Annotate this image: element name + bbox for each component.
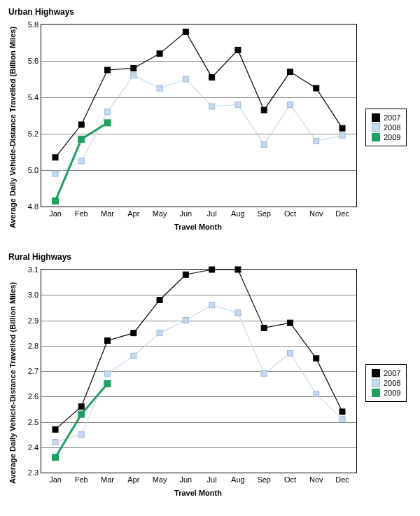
series-marker-2008 [209, 104, 215, 109]
legend-label: 2009 [384, 133, 400, 141]
x-tick-label: Jan [49, 475, 62, 484]
series-marker-2008 [105, 371, 111, 377]
series-marker-2007 [157, 298, 162, 303]
series-marker-2007 [340, 125, 345, 131]
series-marker-2007 [261, 107, 267, 113]
series-line-2007 [55, 270, 342, 429]
y-tick-label: 2.3 [28, 468, 38, 477]
legend-marker-icon [372, 389, 380, 397]
y-tick-label: 3.1 [28, 265, 38, 274]
series-layer [41, 270, 356, 473]
y-axis-label: Average Daily Vehicle-Distance Travelled… [8, 27, 17, 228]
chart-row: Average Daily Vehicle-Distance Travelled… [7, 269, 413, 497]
series-marker-2008 [261, 142, 267, 148]
series-marker-2007 [157, 51, 162, 57]
series-line-2007 [55, 32, 342, 157]
legend-label: 2008 [384, 379, 400, 387]
series-marker-2008 [340, 417, 345, 422]
series-marker-2008 [287, 102, 293, 107]
legend-marker-icon [372, 379, 380, 387]
y-tick-label: 5.8 [28, 20, 38, 29]
y-tick-label: 5.0 [28, 166, 38, 174]
x-tick-label: Nov [309, 209, 323, 218]
legend-marker-icon [372, 133, 380, 141]
legend-item: 2008 [372, 378, 400, 388]
series-marker-2007 [287, 69, 293, 75]
legend: 200720082009 [365, 109, 407, 146]
series-marker-2007 [235, 267, 241, 272]
series-marker-2009 [104, 381, 111, 387]
series-marker-2007 [131, 330, 136, 336]
series-marker-2007 [105, 338, 111, 344]
x-tick-label: Jun [179, 209, 192, 218]
series-marker-2009 [52, 454, 59, 461]
y-axis-label-wrap: Average Daily Vehicle-Distance Travelled… [7, 36, 18, 218]
y-tick-label: 5.2 [28, 130, 38, 138]
y-axis-label: Average Daily Vehicle-Distance Travelled… [8, 282, 17, 484]
x-tick-label: Apr [127, 209, 139, 218]
x-axis-label: Travel Month [41, 489, 356, 497]
x-tick-label: Oct [284, 209, 296, 218]
chart-block-urban: Urban HighwaysAverage Daily Vehicle-Dist… [7, 7, 413, 231]
series-layer [41, 25, 356, 207]
x-tick-label: Oct [284, 475, 296, 484]
series-marker-2007 [261, 325, 267, 330]
legend-label: 2008 [384, 123, 400, 132]
y-tick-label: 5.4 [28, 93, 38, 102]
x-tick-label: Sep [257, 475, 271, 484]
legend-marker-icon [372, 113, 380, 122]
y-tick-label: 2.7 [28, 367, 38, 375]
x-tick-label: Sep [257, 209, 271, 218]
legend-marker-icon [372, 123, 380, 132]
x-tick-label: Dec [335, 475, 349, 484]
y-tick-label: 3.0 [28, 291, 38, 299]
series-marker-2008 [314, 138, 319, 144]
x-tick-label: May [153, 475, 167, 484]
chart-block-rural: Rural HighwaysAverage Daily Vehicle-Dist… [7, 252, 413, 497]
x-tick-label: May [153, 209, 167, 218]
series-marker-2009 [78, 136, 85, 142]
x-tick-label: Aug [231, 209, 245, 218]
series-marker-2007 [131, 65, 136, 71]
x-tick-label: Feb [75, 209, 88, 218]
series-marker-2009 [52, 198, 59, 204]
series-marker-2009 [78, 411, 85, 417]
legend-label: 2007 [384, 113, 400, 122]
series-marker-2007 [287, 320, 293, 326]
series-marker-2008 [131, 353, 136, 358]
series-line-2009 [55, 384, 108, 457]
series-marker-2008 [105, 109, 111, 115]
y-tick-label: 2.9 [28, 316, 38, 325]
series-marker-2007 [52, 155, 58, 160]
series-marker-2007 [340, 409, 345, 414]
x-tick-label: Aug [231, 475, 245, 484]
chart-row: Average Daily Vehicle-Distance Travelled… [7, 24, 413, 231]
series-marker-2008 [183, 76, 188, 82]
y-tick-label: 4.8 [28, 202, 38, 211]
y-tick-label: 2.8 [28, 342, 38, 350]
y-tick-label: 5.6 [28, 57, 38, 65]
series-marker-2007 [78, 404, 84, 410]
x-tick-label: Jan [49, 209, 62, 218]
series-marker-2008 [78, 158, 84, 164]
plot-area: 4.85.05.25.45.65.8JanFebMarAprMayJunJulA… [41, 24, 357, 207]
series-marker-2007 [105, 67, 111, 73]
series-marker-2008 [340, 133, 345, 139]
series-marker-2008 [157, 85, 162, 91]
series-marker-2008 [78, 432, 84, 438]
series-marker-2009 [104, 120, 111, 126]
x-tick-label: Jun [179, 475, 192, 484]
series-marker-2008 [183, 318, 188, 323]
series-marker-2007 [314, 85, 319, 91]
series-marker-2008 [261, 371, 267, 377]
x-tick-label: Jul [207, 209, 217, 218]
series-marker-2007 [183, 29, 188, 34]
series-marker-2008 [287, 351, 293, 356]
y-tick-label: 2.5 [28, 418, 38, 426]
series-marker-2008 [235, 310, 241, 316]
series-marker-2008 [209, 302, 215, 308]
x-tick-label: Dec [335, 209, 349, 218]
legend-item: 2009 [372, 132, 400, 142]
series-marker-2007 [209, 74, 215, 80]
series-marker-2007 [209, 267, 215, 272]
